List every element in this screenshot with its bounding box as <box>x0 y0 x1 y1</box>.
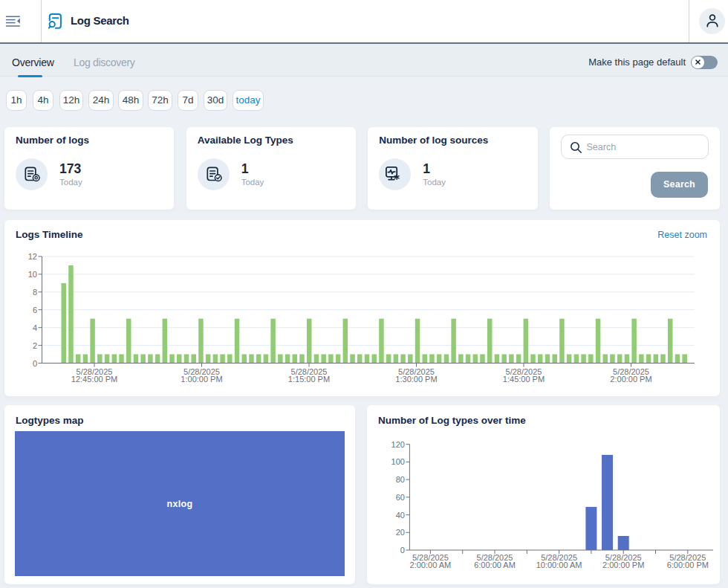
svg-text:6:00:00 AM: 6:00:00 AM <box>474 560 516 569</box>
svg-text:4: 4 <box>33 323 37 332</box>
svg-text:2:00:00 PM: 2:00:00 PM <box>610 375 651 384</box>
svg-text:0: 0 <box>33 359 37 368</box>
svg-text:12:45:00 PM: 12:45:00 PM <box>71 375 117 384</box>
svg-text:20: 20 <box>396 528 405 537</box>
svg-text:40: 40 <box>396 511 405 520</box>
svg-text:60: 60 <box>396 493 405 502</box>
svg-text:2: 2 <box>33 341 37 350</box>
svg-text:10: 10 <box>28 270 37 279</box>
svg-text:0: 0 <box>400 546 405 555</box>
svg-text:120: 120 <box>391 440 405 449</box>
svg-text:1:15:00 PM: 1:15:00 PM <box>288 375 330 384</box>
svg-text:1:30:00 PM: 1:30:00 PM <box>395 375 437 384</box>
svg-text:1:45:00 PM: 1:45:00 PM <box>503 375 545 384</box>
svg-text:6:00:00 PM: 6:00:00 PM <box>667 560 709 569</box>
svg-text:8: 8 <box>33 288 37 297</box>
svg-text:2:00:00 PM: 2:00:00 PM <box>602 560 644 569</box>
svg-text:100: 100 <box>391 457 405 466</box>
svg-text:10:00:00 AM: 10:00:00 AM <box>536 560 582 569</box>
svg-text:6: 6 <box>33 306 37 314</box>
svg-text:12: 12 <box>28 252 37 261</box>
svg-text:1:00:00 PM: 1:00:00 PM <box>181 375 222 384</box>
svg-text:80: 80 <box>396 475 405 484</box>
svg-text:2:00:00 AM: 2:00:00 AM <box>410 560 452 569</box>
